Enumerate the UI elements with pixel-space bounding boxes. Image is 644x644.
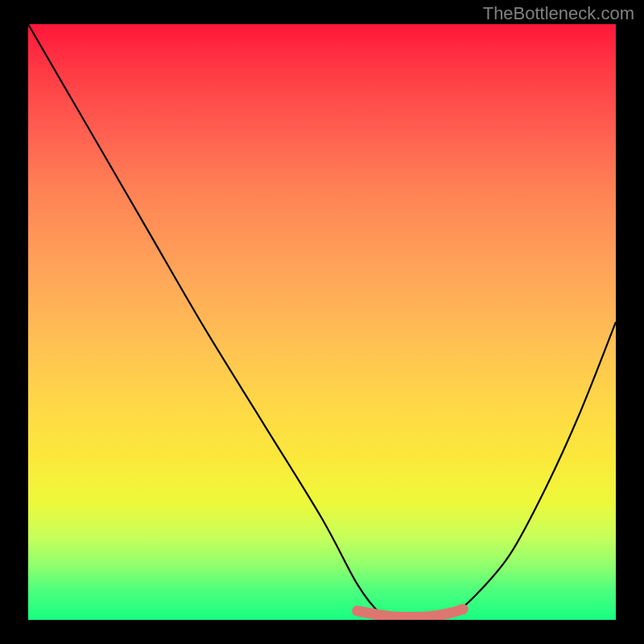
chart-svg xyxy=(28,24,616,620)
chart-container: TheBottleneck.com xyxy=(0,0,644,644)
curve-line xyxy=(28,24,616,620)
flat-marker-line xyxy=(357,609,463,617)
plot-area xyxy=(28,24,616,620)
watermark-text: TheBottleneck.com xyxy=(483,3,634,24)
